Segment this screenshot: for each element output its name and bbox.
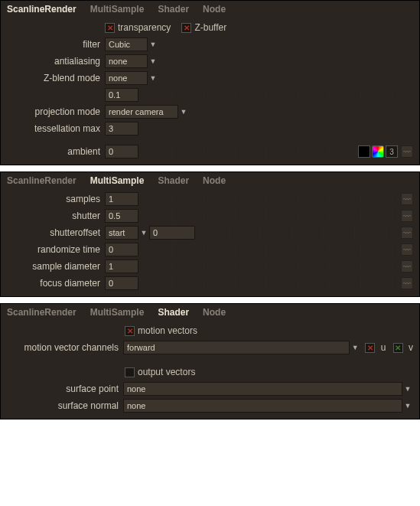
chevron-down-icon[interactable]: ▼ (402, 385, 413, 393)
ambient-slider[interactable] (142, 146, 355, 157)
ambient-input[interactable]: 0 (105, 145, 138, 158)
zbuffer-label: Z-buffer (194, 22, 226, 33)
zblendmode-select[interactable]: none (105, 71, 148, 85)
samples-label: samples (7, 194, 105, 204)
tab-node[interactable]: Node (203, 4, 226, 15)
v-checkbox[interactable] (393, 343, 403, 353)
surfacepoint-label: surface point (7, 384, 123, 394)
ambient-color-swatch[interactable] (358, 145, 370, 158)
sampledia-slider[interactable] (142, 261, 399, 272)
shutteroffset-select[interactable]: start (105, 226, 138, 240)
tab-node[interactable]: Node (203, 307, 226, 318)
shutteroffset-input[interactable]: 0 (149, 226, 195, 240)
chevron-down-icon[interactable]: ▼ (148, 57, 158, 65)
ambient-count[interactable]: 3 (386, 145, 398, 158)
tessmax-input[interactable]: 3 (105, 122, 138, 135)
tab-scanline[interactable]: ScanlineRender (7, 4, 77, 15)
tessmax-label: tessellation max (7, 123, 105, 134)
anim-curve-icon[interactable]: 〰 (401, 145, 413, 158)
tab-scanline[interactable]: ScanlineRender (7, 175, 77, 186)
ambient-label: ambient (7, 146, 105, 157)
tab-scanline[interactable]: ScanlineRender (7, 307, 77, 318)
chevron-down-icon[interactable]: ▼ (148, 74, 158, 82)
tab-shader[interactable]: Shader (158, 4, 189, 15)
randomize-label: randomize time (7, 244, 105, 255)
shutter-input[interactable]: 0.5 (105, 209, 138, 223)
chevron-down-icon[interactable]: ▼ (148, 41, 158, 48)
shutter-slider[interactable] (142, 211, 399, 221)
antialiasing-select[interactable]: none (105, 54, 148, 68)
motionvectors-label: motion vectors (138, 325, 197, 336)
randomize-slider[interactable] (142, 244, 399, 255)
filter-select[interactable]: Cubic (105, 38, 148, 51)
tab-bar: ScanlineRender MultiSample Shader Node (1, 1, 419, 19)
chevron-down-icon[interactable]: ▼ (350, 344, 360, 351)
zblendrange-slider[interactable] (142, 90, 413, 100)
surfacenormal-label: surface normal (7, 400, 123, 411)
shutter-label: shutter (7, 211, 105, 221)
anim-curve-icon[interactable]: 〰 (401, 260, 413, 273)
zbuffer-checkbox[interactable] (181, 23, 191, 33)
scanline-render-panel: ScanlineRender MultiSample Shader Node t… (0, 0, 420, 165)
chevron-down-icon[interactable]: ▼ (178, 108, 189, 116)
focusdia-slider[interactable] (142, 278, 399, 289)
u-checkbox[interactable] (365, 343, 375, 353)
projectionmode-select[interactable]: render camera (105, 105, 178, 119)
mvchannels-select[interactable]: forward (123, 341, 350, 354)
shader-panel: ScanlineRender MultiSample Shader Node m… (0, 303, 420, 419)
tab-bar: ScanlineRender MultiSample Shader Node (1, 172, 419, 191)
randomize-input[interactable]: 0 (105, 243, 138, 256)
u-label: u (381, 342, 386, 353)
chevron-down-icon[interactable]: ▼ (138, 229, 149, 237)
motionvectors-checkbox[interactable] (125, 326, 135, 336)
samples-input[interactable]: 1 (105, 192, 138, 206)
tab-shader[interactable]: Shader (158, 175, 189, 186)
tab-node[interactable]: Node (203, 175, 226, 186)
tab-shader[interactable]: Shader (158, 307, 189, 318)
mvchannels-label: motion vector channels (7, 342, 123, 353)
samples-slider[interactable] (142, 194, 399, 204)
tab-multisample[interactable]: MultiSample (90, 175, 145, 186)
surfacepoint-select[interactable]: none (123, 382, 402, 396)
antialiasing-label: antialiasing (7, 56, 105, 67)
filter-label: filter (7, 39, 105, 50)
v-label: v (409, 342, 413, 353)
transparency-label: transparency (118, 22, 171, 33)
surfacenormal-select[interactable]: none (123, 399, 402, 413)
multisample-panel: ScanlineRender MultiSample Shader Node s… (0, 171, 420, 297)
tab-multisample[interactable]: MultiSample (90, 307, 145, 318)
sampledia-label: sample diameter (7, 261, 105, 272)
anim-curve-icon[interactable]: 〰 (401, 243, 413, 256)
sampledia-input[interactable]: 1 (105, 260, 138, 273)
focusdia-input[interactable]: 0 (105, 276, 138, 290)
transparency-checkbox[interactable] (105, 23, 115, 33)
projectionmode-label: projection mode (7, 106, 105, 117)
zblendmode-label: Z-blend mode (7, 73, 105, 83)
shutteroffset-slider[interactable] (198, 227, 399, 238)
anim-curve-icon[interactable]: 〰 (401, 277, 413, 289)
outputvectors-checkbox[interactable] (125, 367, 135, 377)
tab-bar: ScanlineRender MultiSample Shader Node (1, 304, 419, 322)
shutteroffset-label: shutteroffset (7, 227, 105, 238)
anim-curve-icon[interactable]: 〰 (401, 227, 413, 239)
chevron-down-icon[interactable]: ▼ (402, 402, 413, 410)
anim-curve-icon[interactable]: 〰 (401, 210, 413, 222)
outputvectors-label: output vectors (138, 367, 195, 377)
color-wheel-icon[interactable] (372, 145, 384, 158)
anim-curve-icon[interactable]: 〰 (401, 193, 413, 205)
zblendrange-input[interactable]: 0.1 (105, 88, 138, 102)
tab-multisample[interactable]: MultiSample (90, 4, 145, 15)
focusdia-label: focus diameter (7, 278, 105, 289)
